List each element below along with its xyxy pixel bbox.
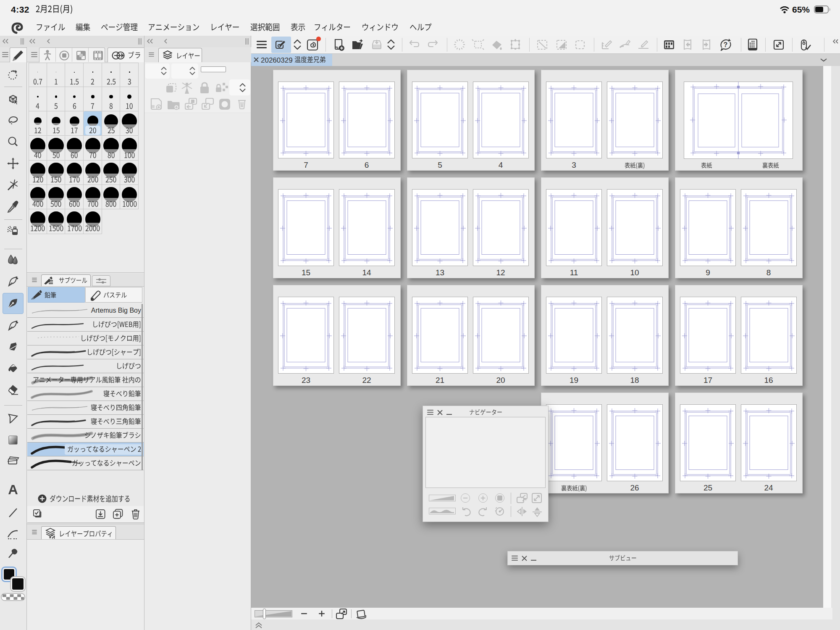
svg-text:?: ? [724,41,728,48]
